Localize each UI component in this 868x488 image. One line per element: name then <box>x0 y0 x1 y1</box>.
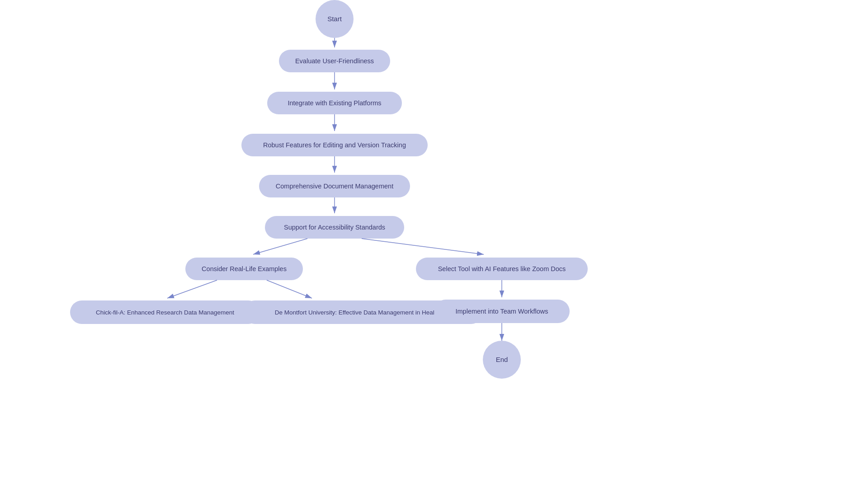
end-label: End <box>496 356 508 363</box>
evaluate-label: Evaluate User-Friendliness <box>295 57 374 65</box>
consider-label: Consider Real-Life Examples <box>202 265 287 272</box>
implement-label: Implement into Team Workflows <box>456 308 548 315</box>
robust-label: Robust Features for Editing and Version … <box>263 141 406 149</box>
arrow-support-consider <box>253 239 307 254</box>
arrow-consider-chickfila <box>167 280 217 298</box>
flowchart-svg: Start Evaluate User-Friendliness Integra… <box>0 0 868 488</box>
arrow-support-select <box>362 239 484 254</box>
support-label: Support for Accessibility Standards <box>284 224 385 231</box>
chickfila-label: Chick-fil-A: Enhanced Research Data Mana… <box>96 309 234 316</box>
flowchart: Start Evaluate User-Friendliness Integra… <box>0 0 868 488</box>
select-label: Select Tool with AI Features like Zoom D… <box>438 265 566 272</box>
comprehensive-label: Comprehensive Document Management <box>276 183 393 190</box>
demontfort-label: De Montfort University: Effective Data M… <box>275 309 452 316</box>
start-label: Start <box>327 15 342 23</box>
integrate-label: Integrate with Existing Platforms <box>288 99 381 107</box>
arrow-consider-demontfort <box>267 280 312 298</box>
